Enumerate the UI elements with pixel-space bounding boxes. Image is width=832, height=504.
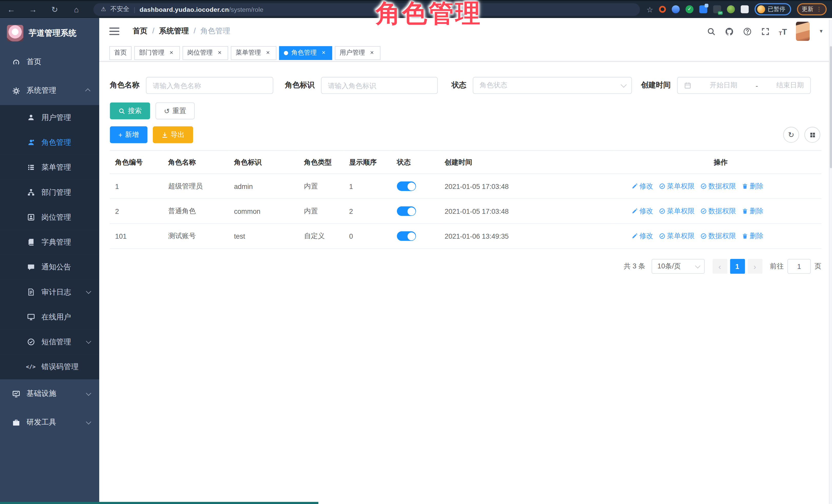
status-select[interactable]: 角色状态 <box>473 77 632 94</box>
page-content: 角色名称 角色标识 状态 角色状态 创建时间 <box>99 61 832 504</box>
sidebar-item[interactable]: 在线用户 <box>0 304 99 329</box>
sidebar-item[interactable]: 短信管理 <box>0 329 99 354</box>
browser-profile-button[interactable]: 已暂停 <box>755 3 791 16</box>
browser-back-icon[interactable]: ← <box>5 5 17 14</box>
sidebar-item[interactable]: 岗位管理 <box>0 205 99 230</box>
extension-icon[interactable] <box>727 5 735 13</box>
sidebar-item-icon <box>26 113 35 122</box>
browser-home-icon[interactable]: ⌂ <box>71 5 82 14</box>
column-settings-button[interactable] <box>804 127 820 143</box>
help-icon[interactable] <box>743 27 752 36</box>
sidebar-item-label: 用户管理 <box>41 113 71 122</box>
breadcrumb-item[interactable]: 系统管理 <box>159 26 201 36</box>
sidebar-item[interactable]: 基础设施 <box>0 379 99 408</box>
bookmark-star-icon[interactable]: ☆ <box>647 5 653 14</box>
row-action-edit[interactable]: 修改 <box>631 182 653 191</box>
extension-icon[interactable]: on <box>713 5 721 13</box>
browser-forward-icon[interactable]: → <box>27 5 39 14</box>
add-button[interactable]: + 新增 <box>110 126 147 143</box>
extensions-puzzle-icon[interactable] <box>741 5 749 13</box>
prev-page-button[interactable]: ‹ <box>712 259 727 274</box>
hamburger-icon[interactable] <box>109 27 119 35</box>
row-action-data-perm[interactable]: 数据权限 <box>700 231 736 241</box>
role-key-input[interactable] <box>328 81 431 89</box>
del-icon <box>742 183 748 189</box>
status-toggle[interactable] <box>397 206 416 216</box>
row-action-edit[interactable]: 修改 <box>631 231 653 241</box>
goto-page-input[interactable] <box>787 259 811 274</box>
extension-icon[interactable] <box>659 6 666 13</box>
row-action-edit[interactable]: 修改 <box>631 206 653 216</box>
status-toggle[interactable] <box>397 231 416 241</box>
address-bar[interactable]: ⚠ 不安全 | dashboard.yudao.iocoder.cn/syste… <box>93 3 640 16</box>
close-icon[interactable]: × <box>368 49 375 56</box>
row-action-data-perm[interactable]: 数据权限 <box>700 182 736 191</box>
tab[interactable]: 部门管理 × <box>134 46 180 60</box>
search-button[interactable]: 搜索 <box>110 102 150 119</box>
extension-icon[interactable] <box>699 5 707 13</box>
sidebar-item-label: 菜单管理 <box>41 162 71 172</box>
next-page-button[interactable]: › <box>747 259 762 274</box>
search-icon[interactable] <box>707 27 716 36</box>
sidebar-item[interactable]: 首页 <box>0 48 99 76</box>
reset-button[interactable]: ↺ 重置 <box>155 102 194 119</box>
scrollbar-thumb[interactable] <box>830 46 832 168</box>
sidebar-item-label: 角色管理 <box>41 138 71 147</box>
sidebar-item[interactable]: 通知公告 <box>0 255 99 280</box>
tab[interactable]: 菜单管理 × <box>231 46 277 60</box>
filter-key-label: 角色标识 <box>285 81 315 90</box>
font-size-icon[interactable]: TT <box>779 27 787 36</box>
fullscreen-icon[interactable] <box>761 27 770 36</box>
refresh-button[interactable]: ↻ <box>783 127 799 143</box>
sidebar-item[interactable]: 部门管理 <box>0 180 99 205</box>
sidebar-item[interactable]: 审计日志 <box>0 280 99 304</box>
browser-reload-icon[interactable]: ↻ <box>49 5 60 14</box>
row-action-menu-perm[interactable]: 菜单权限 <box>659 182 695 191</box>
row-action-data-perm[interactable]: 数据权限 <box>700 206 736 216</box>
export-button[interactable]: 导出 <box>153 126 193 143</box>
current-page[interactable]: 1 <box>730 259 745 274</box>
caret-down-icon[interactable]: ▼ <box>819 29 823 34</box>
page-size-select[interactable]: 10条/页 <box>651 259 705 274</box>
row-action-menu-perm[interactable]: 菜单权限 <box>659 206 695 216</box>
sidebar-item[interactable]: 用户管理 <box>0 105 99 130</box>
extension-icon[interactable]: ✓ <box>685 5 694 13</box>
sidebar-item[interactable]: 菜单管理 <box>0 155 99 180</box>
sidebar-item[interactable]: 字典管理 <box>0 230 99 255</box>
cell-role-status <box>391 199 439 223</box>
browser-menu-icon[interactable]: ⋮ <box>816 6 822 13</box>
close-icon[interactable]: × <box>168 49 175 56</box>
tab[interactable]: 角色管理 × <box>279 46 332 60</box>
sidebar-item[interactable]: 研发工具 <box>0 408 99 436</box>
role-name-input[interactable] <box>153 81 266 89</box>
breadcrumb-item[interactable]: 首页 <box>133 26 159 36</box>
close-icon[interactable]: × <box>264 49 272 56</box>
status-select-placeholder: 角色状态 <box>480 81 508 90</box>
chevron-down-icon <box>695 263 700 268</box>
browser-update-button[interactable]: 更新 ⋮ <box>797 3 827 16</box>
scrollbar[interactable] <box>829 20 832 504</box>
app-logo-row[interactable]: 芋道管理系统 <box>0 18 99 48</box>
row-action-delete[interactable]: 删除 <box>742 182 763 191</box>
tab[interactable]: 首页 <box>109 46 132 60</box>
extension-icon[interactable] <box>672 5 680 13</box>
date-range-picker[interactable]: 开始日期 - 结束日期 <box>677 77 811 94</box>
status-toggle[interactable] <box>397 182 416 191</box>
cell-role-sort: 1 <box>344 174 391 199</box>
cell-created-time: 2021-01-06 13:49:35 <box>439 223 615 248</box>
breadcrumb-item[interactable]: 角色管理 <box>201 26 230 36</box>
sidebar-item[interactable]: </> 错误码管理 <box>0 354 99 379</box>
sidebar-item[interactable]: 系统管理 <box>0 76 99 105</box>
tab[interactable]: 用户管理 × <box>335 46 381 60</box>
row-action-menu-perm[interactable]: 菜单权限 <box>659 231 695 241</box>
row-action-delete[interactable]: 删除 <box>742 206 763 216</box>
row-action-delete[interactable]: 删除 <box>742 231 763 241</box>
close-icon[interactable]: × <box>320 49 328 56</box>
tab[interactable]: 岗位管理 × <box>183 46 228 60</box>
role-key-field <box>321 77 438 94</box>
close-icon[interactable]: × <box>216 49 223 56</box>
user-avatar[interactable] <box>796 22 810 41</box>
sidebar-item[interactable]: 角色管理 <box>0 130 99 155</box>
github-icon[interactable] <box>725 27 734 36</box>
tab-label: 菜单管理 <box>236 48 261 57</box>
